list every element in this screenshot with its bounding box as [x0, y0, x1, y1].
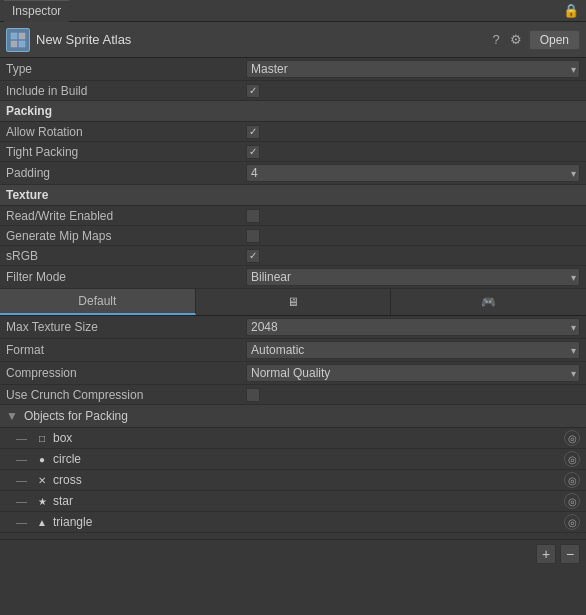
texture-section-header: Texture [0, 185, 586, 206]
triangle-target-btn[interactable]: ◎ [564, 514, 580, 530]
star-icon: ★ [35, 494, 49, 508]
tab-nintendo[interactable]: 🎮 [391, 289, 586, 315]
compression-row: Compression None Low Quality Normal Qual… [0, 362, 586, 385]
list-item[interactable]: — ✕ cross ◎ [0, 470, 586, 491]
tight-packing-checkbox[interactable] [246, 145, 260, 159]
tight-packing-value [246, 145, 580, 159]
dash-icon: — [16, 453, 27, 465]
type-row: Type Master Variant [0, 58, 586, 81]
tab-default[interactable]: Default [0, 289, 196, 315]
add-item-button[interactable]: + [536, 544, 556, 564]
list-item[interactable]: — ▲ triangle ◎ [0, 512, 586, 533]
generate-mip-maps-label: Generate Mip Maps [6, 229, 246, 243]
allow-rotation-value [246, 125, 580, 139]
help-icon[interactable]: ? [489, 30, 502, 49]
include-in-build-label: Include in Build [6, 84, 246, 98]
srgb-checkbox[interactable] [246, 249, 260, 263]
filter-mode-label: Filter Mode [6, 270, 246, 284]
dash-icon: — [16, 495, 27, 507]
read-write-value [246, 209, 580, 223]
cross-target-btn[interactable]: ◎ [564, 472, 580, 488]
box-icon: □ [35, 431, 49, 445]
filter-mode-dropdown[interactable]: Point Bilinear Trilinear [246, 268, 580, 286]
svg-rect-2 [11, 41, 17, 47]
open-button[interactable]: Open [529, 30, 580, 50]
inspector-tab[interactable]: Inspector [4, 0, 69, 22]
read-write-row: Read/Write Enabled [0, 206, 586, 226]
max-texture-size-row: Max Texture Size 256 512 1024 2048 4096 [0, 316, 586, 339]
settings-icon[interactable]: ⚙ [507, 30, 525, 49]
nintendo-icon: 🎮 [481, 295, 496, 309]
use-crunch-row: Use Crunch Compression [0, 385, 586, 405]
generate-mip-maps-checkbox[interactable] [246, 229, 260, 243]
dash-icon: — [16, 432, 27, 444]
padding-row: Padding 2 4 8 [0, 162, 586, 185]
type-dropdown[interactable]: Master Variant [246, 60, 580, 78]
dash-icon: — [16, 474, 27, 486]
lock-icon[interactable]: 🔒 [560, 1, 582, 20]
cross-icon: ✕ [35, 473, 49, 487]
max-texture-size-dropdown[interactable]: 256 512 1024 2048 4096 [246, 318, 580, 336]
remove-item-button[interactable]: − [560, 544, 580, 564]
tab-windows[interactable]: 🖥 [196, 289, 392, 315]
filter-mode-value[interactable]: Point Bilinear Trilinear [246, 268, 580, 286]
add-remove-row: + − [0, 539, 586, 568]
star-target-btn[interactable]: ◎ [564, 493, 580, 509]
tight-packing-label: Tight Packing [6, 145, 246, 159]
padding-label: Padding [6, 166, 246, 180]
sprite-atlas-icon [6, 28, 30, 52]
windows-icon: 🖥 [287, 295, 299, 309]
compression-value[interactable]: None Low Quality Normal Quality High Qua… [246, 364, 580, 382]
circle-target-btn[interactable]: ◎ [564, 451, 580, 467]
generate-mip-maps-row: Generate Mip Maps [0, 226, 586, 246]
sub-header: New Sprite Atlas ? ⚙ Open [0, 22, 586, 58]
triangle-icon: ▲ [35, 515, 49, 529]
tight-packing-row: Tight Packing [0, 142, 586, 162]
packing-section-header: Packing [0, 101, 586, 122]
dash-icon: — [16, 516, 27, 528]
svg-rect-1 [19, 33, 25, 39]
platform-tabs: Default 🖥 🎮 [0, 289, 586, 316]
include-in-build-checkbox[interactable] [246, 84, 260, 98]
max-texture-size-value[interactable]: 256 512 1024 2048 4096 [246, 318, 580, 336]
generate-mip-maps-value [246, 229, 580, 243]
sub-header-actions: ? ⚙ Open [489, 30, 580, 50]
padding-value[interactable]: 2 4 8 [246, 164, 580, 182]
allow-rotation-label: Allow Rotation [6, 125, 246, 139]
format-row: Format Automatic RGBA32 RGB24 [0, 339, 586, 362]
compression-label: Compression [6, 366, 246, 380]
format-label: Format [6, 343, 246, 357]
objects-section-header[interactable]: ▼ Objects for Packing [0, 405, 586, 428]
format-value[interactable]: Automatic RGBA32 RGB24 [246, 341, 580, 359]
max-texture-size-label: Max Texture Size [6, 320, 246, 334]
inspector-content: Type Master Variant Include in Build Pac… [0, 58, 586, 615]
srgb-value [246, 249, 580, 263]
list-item[interactable]: — ● circle ◎ [0, 449, 586, 470]
list-item[interactable]: — □ box ◎ [0, 428, 586, 449]
format-dropdown[interactable]: Automatic RGBA32 RGB24 [246, 341, 580, 359]
read-write-label: Read/Write Enabled [6, 209, 246, 223]
type-value[interactable]: Master Variant [246, 60, 580, 78]
filter-mode-row: Filter Mode Point Bilinear Trilinear [0, 266, 586, 289]
allow-rotation-checkbox[interactable] [246, 125, 260, 139]
include-in-build-value [246, 84, 580, 98]
box-target-btn[interactable]: ◎ [564, 430, 580, 446]
lock-area: 🔒 [560, 1, 582, 20]
svg-rect-0 [11, 33, 17, 39]
use-crunch-checkbox[interactable] [246, 388, 260, 402]
padding-dropdown[interactable]: 2 4 8 [246, 164, 580, 182]
inspector-label: Inspector [12, 4, 61, 18]
srgb-row: sRGB [0, 246, 586, 266]
srgb-label: sRGB [6, 249, 246, 263]
svg-rect-3 [19, 41, 25, 47]
allow-rotation-row: Allow Rotation [0, 122, 586, 142]
include-in-build-row: Include in Build [0, 81, 586, 101]
type-label: Type [6, 62, 246, 76]
compression-dropdown[interactable]: None Low Quality Normal Quality High Qua… [246, 364, 580, 382]
circle-icon: ● [35, 452, 49, 466]
use-crunch-label: Use Crunch Compression [6, 388, 246, 402]
list-item[interactable]: — ★ star ◎ [0, 491, 586, 512]
read-write-checkbox[interactable] [246, 209, 260, 223]
title-bar: Inspector 🔒 [0, 0, 586, 22]
atlas-title: New Sprite Atlas [36, 32, 483, 47]
